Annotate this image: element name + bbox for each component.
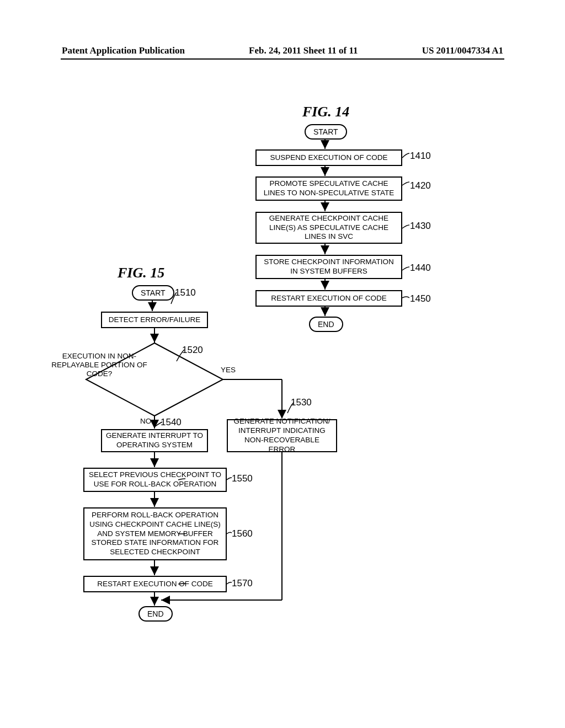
fig15-ref-1530: 1530	[291, 397, 312, 408]
fig14-ref-1450: 1450	[410, 293, 431, 304]
page-header: Patent Application Publication Feb. 24, …	[62, 45, 503, 56]
fig14-title: FIG. 14	[302, 104, 349, 120]
fig15-ref-1510: 1510	[175, 287, 196, 298]
header-right: US 2011/0047334 A1	[422, 45, 503, 56]
fig14-ref-1420: 1420	[410, 180, 431, 191]
fig15-ref-1520: 1520	[182, 345, 203, 356]
fig15-box-1530: GENERATE NOTIFICATION/ INTERRUPT INDICAT…	[227, 419, 337, 452]
header-center: Feb. 24, 2011 Sheet 11 of 11	[249, 45, 358, 56]
fig15-ref-1570: 1570	[232, 578, 253, 589]
fig15-ref-1550: 1550	[232, 473, 253, 484]
fig15-title: FIG. 15	[118, 265, 164, 281]
fig14-ref-1430: 1430	[410, 221, 431, 232]
fig14-ref-1410: 1410	[410, 151, 431, 162]
fig15-end: END	[138, 606, 173, 622]
fig15-edge-no: NO	[140, 417, 151, 425]
fig14-box-1450: RESTART EXECUTION OF CODE	[255, 290, 402, 307]
fig14-box-1410: SUSPEND EXECUTION OF CODE	[255, 149, 402, 166]
header-left: Patent Application Publication	[62, 45, 185, 56]
fig14-box-1440: STORE CHECKPOINT INFORMATION IN SYSTEM B…	[255, 255, 402, 279]
fig14-ref-1440: 1440	[410, 263, 431, 274]
fig14-box-1420: PROMOTE SPECULATIVE CACHE LINES TO NON-S…	[255, 176, 402, 201]
fig15-box-1560: PERFORM ROLL-BACK OPERATION USING CHECKP…	[83, 507, 227, 560]
fig15-box-1550: SELECT PREVIOUS CHECKPOINT TO USE FOR RO…	[83, 468, 227, 492]
fig15-box-1510: DETECT ERROR/FAILURE	[101, 312, 208, 328]
fig15-diamond-1520: EXECUTION IN NON-REPLAYABLE PORTION OF C…	[44, 352, 154, 379]
fig14-start: START	[305, 124, 347, 140]
fig14-box-1430: GENERATE CHECKPOINT CACHE LINE(S) AS SPE…	[255, 212, 402, 244]
fig15-start: START	[132, 285, 174, 301]
header-rule	[61, 58, 504, 60]
fig15-box-1570: RESTART EXECUTION OF CODE	[83, 576, 227, 592]
fig15-box-1540: GENERATE INTERRUPT TO OPERATING SYSTEM	[101, 429, 208, 452]
fig15-ref-1540: 1540	[161, 417, 182, 428]
fig15-ref-1560: 1560	[232, 528, 253, 539]
fig15-edge-yes: YES	[221, 366, 236, 374]
fig14-end: END	[309, 317, 343, 332]
